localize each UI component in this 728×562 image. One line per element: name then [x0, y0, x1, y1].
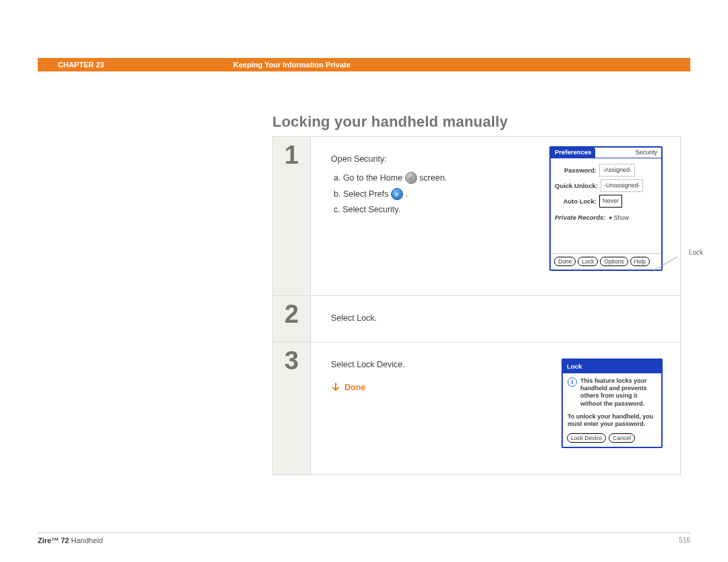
palm-title-right: Security: [635, 147, 661, 158]
palm-preferences-screenshot: Preferences Security Password: -Assigned…: [549, 146, 663, 271]
step-3: 3 Select Lock Device. Done Lock i This f…: [273, 342, 680, 474]
step-2: 2 Select Lock.: [273, 296, 680, 342]
palm-row-password: Password: -Assigned-: [555, 164, 657, 177]
step-number: 3: [273, 342, 311, 474]
palm-cancel-button: Cancel: [609, 433, 634, 443]
step-text: Select Lock.: [331, 313, 377, 323]
step-1: 1 Open Security: a. Go to the Home ⌂ scr…: [273, 137, 680, 296]
palm-lock-dialog-screenshot: Lock i This feature locks your handheld …: [562, 358, 663, 449]
footer-divider: [38, 532, 690, 533]
step-body: Open Security: a. Go to the Home ⌂ scree…: [311, 137, 680, 295]
page-title: Locking your handheld manually: [272, 113, 508, 131]
palm-lock-device-button: Lock Device: [567, 433, 606, 443]
footer-page-number: 516: [679, 536, 690, 544]
palm-body: Password: -Assigned- Quick Unlock: -Unas…: [551, 158, 661, 226]
palm-row-autolock: Auto Lock: Never: [555, 195, 657, 208]
step-number: 1: [273, 137, 311, 295]
down-arrow-icon: [331, 383, 340, 392]
step-body: Select Lock Device. Done Lock i This fea…: [311, 342, 680, 474]
info-icon: i: [568, 377, 577, 387]
prefs-icon: ≡: [391, 188, 403, 200]
step-body: Select Lock.: [311, 296, 680, 342]
palm-lock-button: Lock: [578, 257, 598, 266]
chapter-number: CHAPTER 23: [58, 61, 233, 69]
palm-done-button: Done: [554, 257, 576, 266]
palm-dialog-msg2: To unlock your handheld, you must enter …: [568, 413, 657, 429]
chapter-title: Keeping Your Information Private: [233, 61, 351, 69]
palm-dialog-title: Lock: [563, 360, 661, 373]
home-icon: ⌂: [405, 172, 417, 184]
palm-row-private: Private Records: ▾ Show: [555, 212, 657, 224]
palm-dialog-buttons: Lock Device Cancel: [563, 431, 661, 447]
palm-button-row: Done Lock Options Help: [551, 253, 661, 270]
palm-options-button: Options: [600, 257, 628, 266]
dropdown-icon: ▾: [609, 213, 611, 223]
step-number: 2: [273, 296, 311, 342]
lock-callout-label: Lock: [689, 246, 703, 259]
palm-help-button: Help: [630, 257, 650, 266]
palm-dialog-body: i This feature locks your handheld and p…: [563, 373, 661, 431]
footer-product: Zire™ 72 Handheld: [38, 536, 103, 544]
palm-titlebar: Preferences Security: [551, 148, 661, 158]
steps-container: 1 Open Security: a. Go to the Home ⌂ scr…: [272, 136, 681, 475]
palm-dialog-msg1: i This feature locks your handheld and p…: [568, 377, 657, 408]
palm-title-left: Preferences: [551, 148, 595, 158]
chapter-header: CHAPTER 23 Keeping Your Information Priv…: [38, 58, 690, 71]
palm-row-quickunlock: Quick Unlock: -Unassigned-: [555, 179, 657, 192]
page-footer: Zire™ 72 Handheld 516: [38, 536, 690, 544]
